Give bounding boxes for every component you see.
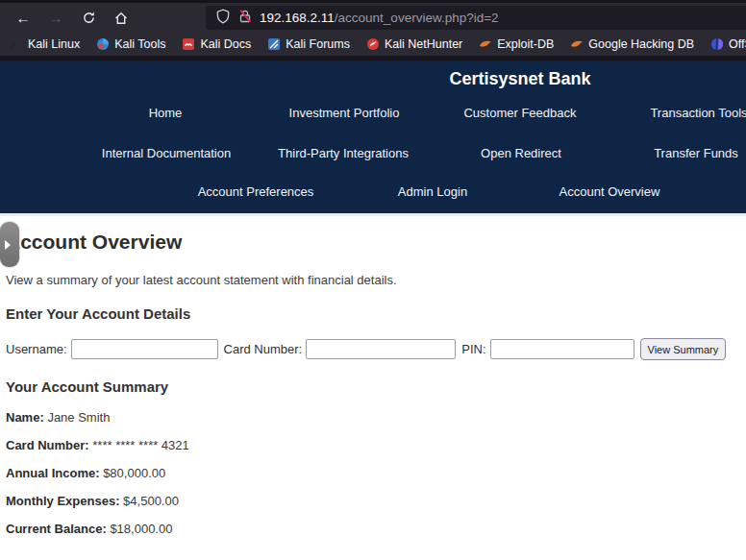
page-title: Account Overview xyxy=(6,231,736,254)
bookmark-kali-tools[interactable]: Kali Tools xyxy=(96,37,165,51)
browser-toolbar: ← → 192.168.2.11/account_overview.php?id… xyxy=(0,3,746,33)
nav-account-preferences[interactable]: Account Preferences xyxy=(198,184,314,199)
kali-forums-icon xyxy=(267,37,281,51)
summary-heading: Your Account Summary xyxy=(6,378,736,395)
back-icon[interactable]: ← xyxy=(13,9,33,28)
kali-docs-icon xyxy=(182,37,195,51)
details-form-heading: Enter Your Account Details xyxy=(6,305,736,322)
username-label: Username: xyxy=(6,342,67,356)
summary-value: **** **** **** 4321 xyxy=(92,438,188,452)
bookmarks-bar: Kali Linux Kali Tools Kali Docs Kali For… xyxy=(0,33,746,56)
bookmark-label: Kali Tools xyxy=(114,37,165,51)
sidebar-reveal-handle[interactable] xyxy=(0,222,19,267)
google-hacking-db-icon xyxy=(570,37,584,51)
bookmark-offsec[interactable]: OffSec xyxy=(710,37,746,51)
bookmark-label: Google Hacking DB xyxy=(588,37,694,51)
summary-row-name: Name: Jane Smith xyxy=(6,411,736,425)
forward-icon[interactable]: → xyxy=(46,9,65,28)
home-icon[interactable] xyxy=(112,9,131,28)
username-input[interactable] xyxy=(71,339,218,359)
page-description: View a summary of your latest account st… xyxy=(6,273,736,287)
summary-label: Current Balance: xyxy=(6,522,107,536)
kali-nethunter-icon xyxy=(366,37,380,51)
nav-transaction-tools[interactable]: Transaction Tools xyxy=(650,106,746,120)
card-number-label: Card Number: xyxy=(224,342,303,356)
nav-customer-feedback[interactable]: Customer Feedback xyxy=(463,106,576,120)
nav-home[interactable]: Home xyxy=(149,106,183,120)
bookmark-kali-docs[interactable]: Kali Docs xyxy=(182,37,251,51)
nav-investment-portfolio[interactable]: Investment Portfolio xyxy=(289,106,400,120)
nav-internal-documentation[interactable]: Internal Documentation xyxy=(102,146,231,160)
kali-tools-icon xyxy=(96,37,110,51)
site-title: Certisysnet Bank xyxy=(449,69,590,89)
page-content: Account Overview View a summary of your … xyxy=(0,231,746,560)
summary-value: Jane Smith xyxy=(47,410,110,425)
header-bottom-accent xyxy=(0,213,746,216)
bookmark-kali-forums[interactable]: Kali Forums xyxy=(267,37,350,51)
bookmark-kali-nethunter[interactable]: Kali NetHunter xyxy=(366,37,462,51)
offsec-icon xyxy=(710,37,724,51)
url-bar[interactable]: 192.168.2.11/account_overview.php?id=2 xyxy=(206,6,746,30)
tracking-shield-icon[interactable] xyxy=(215,9,231,28)
site-header: Certisysnet Bank Home Investment Portfol… xyxy=(0,61,746,213)
kali-linux-icon xyxy=(10,37,23,51)
nav-third-party-integrations[interactable]: Third-Party Integrations xyxy=(278,146,409,160)
summary-label: Monthly Expenses: xyxy=(6,494,119,508)
view-summary-button[interactable]: View Summary xyxy=(640,338,727,360)
nav-account-overview[interactable]: Account Overview xyxy=(560,184,660,199)
account-details-form: Username: Card Number: PIN: View Summary xyxy=(6,338,736,360)
address-text[interactable]: 192.168.2.11/account_overview.php?id=2 xyxy=(260,11,499,25)
expand-arrow-icon xyxy=(5,240,11,250)
summary-label: Annual Income: xyxy=(6,466,100,480)
bookmark-label: Kali Forums xyxy=(286,37,350,51)
summary-row-annual-income: Annual Income: $80,000.00 xyxy=(6,467,736,480)
summary-label: Name: xyxy=(6,410,44,425)
nav-transfer-funds[interactable]: Transfer Funds xyxy=(654,146,738,160)
bookmark-exploit-db[interactable]: Exploit-DB xyxy=(479,37,554,51)
pin-input[interactable] xyxy=(490,339,634,359)
bookmark-label: Kali NetHunter xyxy=(385,37,462,51)
url-path: /account_overview.php?id=2 xyxy=(335,11,499,25)
bookmark-label: Kali Linux xyxy=(28,37,80,51)
summary-label: Card Number: xyxy=(6,438,89,452)
bookmark-label: Kali Docs xyxy=(200,37,251,51)
card-number-input[interactable] xyxy=(306,339,456,359)
summary-row-monthly-expenses: Monthly Expenses: $4,500.00 xyxy=(6,495,736,508)
bookmark-label: OffSec xyxy=(729,37,746,51)
nav-admin-login[interactable]: Admin Login xyxy=(398,184,467,199)
bookmark-kali-linux[interactable]: Kali Linux xyxy=(10,37,80,51)
summary-row-card-number: Card Number: **** **** **** 4321 xyxy=(6,439,736,452)
insecure-lock-icon[interactable] xyxy=(237,9,253,28)
summary-value: $80,000.00 xyxy=(103,466,165,480)
exploit-db-icon xyxy=(479,37,492,51)
bookmark-google-hacking-db[interactable]: Google Hacking DB xyxy=(570,37,694,51)
url-host: 192.168.2.11 xyxy=(260,11,335,25)
summary-value: $4,500.00 xyxy=(123,494,179,508)
account-summary-section: Your Account Summary Name: Jane Smith Ca… xyxy=(6,378,736,536)
pin-label: PIN: xyxy=(461,342,485,356)
summary-row-current-balance: Current Balance: $18,000.00 xyxy=(6,523,736,536)
reload-icon[interactable] xyxy=(79,9,98,28)
bookmark-label: Exploit-DB xyxy=(497,37,554,51)
summary-value: $18,000.00 xyxy=(110,522,172,536)
nav-open-redirect[interactable]: Open Redirect xyxy=(481,146,561,160)
